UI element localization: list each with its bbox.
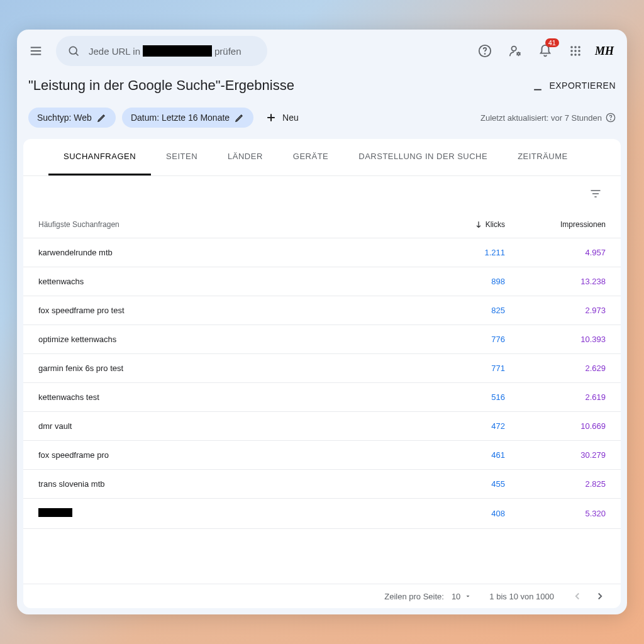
table-row[interactable]: optimize kettenwachs77610.393 [23, 325, 621, 354]
table-row[interactable]: karwendelrunde mtb1.2114.957 [23, 238, 621, 267]
chevron-left-icon [572, 591, 583, 602]
cell-query: garmin fenix 6s pro test [38, 364, 423, 373]
svg-point-13 [578, 53, 580, 56]
rpp-select[interactable]: 10 [452, 592, 472, 601]
tab-countries[interactable]: LÄNDER [213, 139, 278, 175]
cell-impressions: 2.825 [505, 479, 606, 489]
cell-query: karwendelrunde mtb [38, 248, 423, 257]
info-icon[interactable] [606, 113, 616, 123]
table-row[interactable]: kettenwachs89813.238 [23, 267, 621, 296]
chevron-right-icon [594, 591, 606, 602]
cell-clicks: 408 [423, 509, 505, 518]
col-header-query[interactable]: Häufigste Suchanfragen [38, 220, 423, 229]
avatar[interactable]: MH [593, 40, 616, 62]
search-placeholder: Jede URL in prüfen [89, 45, 242, 57]
export-label: EXPORTIEREN [549, 80, 616, 91]
page-title: "Leistung in der Google Suche"-Ergebniss… [28, 77, 294, 94]
tab-search-appearance[interactable]: DARSTELLUNG IN DER SUCHE [343, 139, 502, 175]
tab-devices[interactable]: GERÄTE [278, 139, 343, 175]
rows-per-page: Zeilen pro Seite: 10 [384, 592, 472, 601]
svg-point-9 [574, 50, 577, 52]
page-range: 1 bis 10 von 1000 [489, 592, 554, 601]
cell-clicks: 1.211 [423, 248, 505, 257]
chip-search-type[interactable]: Suchtyp: Web [28, 108, 116, 128]
pencil-icon [235, 113, 245, 123]
next-page-button[interactable] [594, 591, 606, 602]
apps-icon[interactable] [563, 38, 588, 64]
cell-query: fox speedframe pro [38, 450, 423, 460]
cell-query: kettenwachs test [38, 392, 423, 402]
notifications-icon[interactable]: 41 [533, 38, 558, 64]
export-button[interactable]: EXPORTIEREN [531, 79, 616, 92]
cell-clicks: 825 [423, 306, 505, 315]
table-row[interactable]: garmin fenix 6s pro test7712.629 [23, 354, 621, 383]
table-filter-row [23, 176, 621, 211]
svg-point-0 [69, 47, 77, 54]
svg-point-11 [570, 53, 573, 56]
table-row[interactable]: dmr vault47210.669 [23, 412, 621, 441]
help-icon[interactable] [472, 38, 497, 64]
user-settings-icon[interactable] [502, 38, 528, 64]
table-footer: Zeilen pro Seite: 10 1 bis 10 von 1000 [23, 584, 621, 608]
arrow-down-icon [474, 220, 483, 229]
cell-clicks: 771 [423, 364, 505, 373]
search-box[interactable]: Jede URL in prüfen [56, 36, 267, 66]
table-row[interactable]: kettenwachs test5162.619 [23, 383, 621, 412]
cell-impressions: 4.957 [505, 248, 606, 257]
cell-impressions: 13.238 [505, 277, 606, 286]
rpp-label: Zeilen pro Seite: [384, 592, 444, 601]
table-row[interactable]: fox speedframe pro test8252.973 [23, 296, 621, 325]
chip-label: Datum: Letzte 16 Monate [131, 113, 230, 123]
cell-query: kettenwachs [38, 277, 423, 286]
table-row[interactable]: fox speedframe pro46130.279 [23, 441, 621, 470]
cell-clicks: 776 [423, 335, 505, 344]
svg-point-8 [570, 50, 573, 52]
top-bar: Jede URL in prüfen 41 MH [17, 30, 627, 72]
pagination [572, 591, 606, 602]
chip-date-range[interactable]: Datum: Letzte 16 Monate [122, 108, 253, 128]
table-row[interactable]: trans slovenia mtb4552.825 [23, 470, 621, 499]
title-row: "Leistung in der Google Suche"-Ergebniss… [17, 72, 627, 105]
table-body: karwendelrunde mtb1.2114.957kettenwachs8… [23, 238, 621, 584]
cell-impressions: 2.619 [505, 392, 606, 402]
cell-impressions: 10.669 [505, 421, 606, 431]
tabs: SUCHANFRAGEN SEITEN LÄNDER GERÄTE DARSTE… [23, 139, 621, 176]
cell-query: trans slovenia mtb [38, 479, 423, 489]
cell-clicks: 455 [423, 479, 505, 489]
cell-impressions: 30.279 [505, 450, 606, 460]
prev-page-button[interactable] [572, 591, 583, 602]
data-card: SUCHANFRAGEN SEITEN LÄNDER GERÄTE DARSTE… [23, 139, 621, 608]
add-filter-label: Neu [282, 113, 299, 123]
menu-icon[interactable] [23, 38, 48, 64]
table-row[interactable]: 4085.320 [23, 499, 621, 529]
filter-chips-row: Suchtyp: Web Datum: Letzte 16 Monate Neu… [17, 105, 627, 139]
tab-pages[interactable]: SEITEN [151, 139, 213, 175]
pencil-icon [97, 113, 107, 123]
tab-dates[interactable]: ZEITRÄUME [502, 139, 583, 175]
cell-query: optimize kettenwachs [38, 335, 423, 344]
cell-query [38, 508, 423, 519]
cell-clicks: 461 [423, 450, 505, 460]
chevron-down-icon [464, 592, 472, 600]
svg-point-2 [485, 53, 486, 54]
search-icon [67, 45, 80, 57]
download-icon [531, 79, 544, 92]
app-window: Jede URL in prüfen 41 MH "Leistung in de… [17, 30, 627, 614]
svg-point-6 [574, 46, 577, 48]
svg-point-12 [574, 53, 577, 56]
add-filter-button[interactable]: Neu [265, 111, 299, 124]
notification-badge: 41 [545, 38, 559, 47]
cell-impressions: 2.973 [505, 306, 606, 315]
svg-point-5 [570, 46, 573, 48]
svg-point-15 [611, 119, 611, 120]
cell-clicks: 516 [423, 392, 505, 402]
cell-clicks: 472 [423, 421, 505, 431]
tab-queries[interactable]: SUCHANFRAGEN [48, 139, 151, 175]
col-header-impressions[interactable]: Impressionen [505, 220, 606, 229]
cell-clicks: 898 [423, 277, 505, 286]
svg-point-4 [518, 53, 520, 55]
svg-point-7 [578, 46, 580, 48]
filter-icon[interactable] [586, 184, 606, 204]
col-header-clicks[interactable]: Klicks [423, 220, 505, 229]
cell-impressions: 2.629 [505, 364, 606, 373]
